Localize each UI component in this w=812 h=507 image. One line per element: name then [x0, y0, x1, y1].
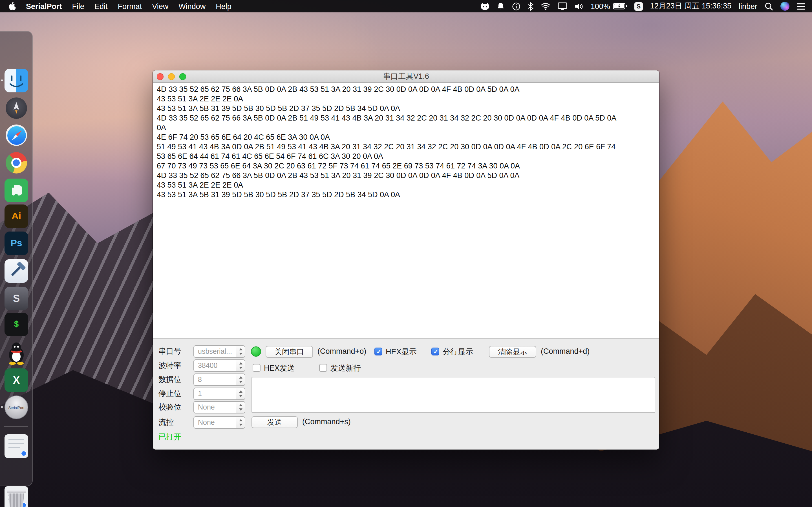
dock-icon-qq[interactable] — [4, 341, 28, 365]
stopbits-select[interactable]: 1 — [193, 388, 245, 400]
menu-app-name[interactable]: SerialPort — [26, 2, 62, 10]
parity-select-value: None — [198, 402, 215, 413]
baud-select[interactable]: 38400 — [193, 359, 245, 372]
spotlight-search-icon[interactable] — [765, 2, 773, 11]
dock-icon-excel[interactable]: X — [4, 369, 28, 392]
apple-menu-icon[interactable] — [8, 2, 16, 11]
dock-icon-serialport[interactable]: SerialPort — [4, 395, 28, 419]
hex-display-checkbox[interactable] — [374, 348, 382, 355]
bell-icon[interactable] — [497, 2, 505, 11]
menu-help[interactable]: Help — [216, 2, 232, 10]
send-newline-checkbox[interactable] — [319, 364, 327, 372]
serial-output-line: 4D 33 35 52 65 62 75 66 3A 5B 0D 0A 2B 4… — [157, 171, 659, 180]
send-shortcut: (Command+s) — [302, 417, 351, 426]
notification-center-icon[interactable] — [797, 2, 805, 11]
serial-output-line: 53 65 6E 64 44 61 74 61 4C 65 6E 54 6F 7… — [157, 152, 659, 161]
serial-output-line: 4D 33 35 52 65 62 75 66 3A 5B 0D 0A 2B 4… — [157, 84, 659, 94]
display-icon[interactable] — [558, 2, 567, 11]
dock-icon-photoshop[interactable]: Ps — [4, 231, 28, 255]
send-input[interactable] — [252, 377, 655, 413]
doc-line — [8, 443, 24, 444]
menu-window[interactable]: Window — [179, 2, 206, 10]
doc-line — [8, 439, 24, 440]
menu-bar: SerialPort File Edit Format View Window … — [0, 0, 812, 12]
launchpad-circle — [6, 98, 27, 119]
hex-send-checkbox[interactable] — [253, 364, 260, 372]
databits-label: 数据位 — [158, 375, 181, 385]
dock-icon-launchpad[interactable] — [4, 96, 28, 120]
dock-icon-xcode[interactable] — [4, 259, 28, 283]
hex-display-label: HEX显示 — [386, 347, 417, 357]
chrome-ring — [11, 158, 21, 168]
dock-icon-document-preview[interactable] — [4, 434, 28, 458]
input-method-icon[interactable]: S — [635, 2, 643, 10]
stepper-arrows-icon[interactable] — [236, 346, 245, 357]
info-icon[interactable] — [512, 2, 521, 11]
databits-select-value: 8 — [198, 374, 202, 385]
serial-output-line: 43 53 51 3A 5B 31 39 5D 5B 30 5D 5B 2D 3… — [157, 190, 659, 200]
flow-select-value: None — [198, 417, 215, 428]
baud-select-value: 38400 — [198, 360, 218, 371]
clear-display-button[interactable]: 清除显示 — [489, 346, 536, 358]
menu-view[interactable]: View — [152, 2, 168, 10]
photoshop-glyph: Ps — [10, 238, 22, 249]
running-indicator — [1, 79, 3, 81]
menu-format[interactable]: Format — [118, 2, 142, 10]
port-select[interactable]: usbserial... — [193, 345, 245, 358]
serial-output-line: 4E 6F 74 20 53 65 6E 64 20 4C 65 6E 3A 3… — [157, 132, 659, 142]
parity-label: 校验位 — [158, 402, 181, 412]
serial-output-area[interactable]: 4D 33 35 52 65 62 75 66 3A 5B 0D 0A 2B 4… — [153, 83, 659, 338]
menubar-username[interactable]: linber — [739, 2, 757, 10]
stepper-arrows-icon[interactable] — [236, 402, 245, 413]
flow-label: 流控 — [158, 417, 174, 428]
serial-control-panel: 串口号 usbserial... 关闭串口 (Command+o) HEX显示 … — [153, 338, 659, 450]
volume-icon[interactable] — [575, 2, 583, 11]
parity-select[interactable]: None — [193, 401, 245, 413]
battery-status[interactable]: 100% — [591, 2, 627, 10]
dock-icon-chrome[interactable] — [4, 151, 28, 175]
port-select-value: usbserial... — [198, 346, 232, 357]
desktop: SerialPort File Edit Format View Window … — [0, 0, 812, 507]
stepper-arrows-icon[interactable] — [236, 360, 245, 371]
window-title: 串口工具V1.6 — [153, 70, 659, 83]
send-button[interactable]: 发送 — [252, 416, 298, 428]
dock-icon-trash[interactable] — [4, 489, 28, 507]
window-titlebar[interactable]: 串口工具V1.6 — [153, 70, 659, 83]
bluetooth-icon[interactable] — [528, 2, 534, 11]
dock-icon-safari[interactable] — [4, 123, 28, 147]
terminal-glyph: $ — [14, 320, 19, 329]
serial-output-line: 0A — [157, 123, 659, 132]
stepper-arrows-icon[interactable] — [236, 388, 245, 399]
battery-charging-icon — [613, 3, 627, 10]
close-port-shortcut: (Command+o) — [317, 347, 366, 355]
illustrator-glyph: Ai — [11, 211, 21, 222]
dock-icon-utility[interactable]: S — [4, 287, 28, 311]
doc-badge — [21, 451, 27, 456]
excel-glyph: X — [13, 374, 20, 386]
stopbits-select-value: 1 — [198, 388, 202, 399]
dock: Ai Ps S $ X SerialPort — [0, 31, 33, 486]
chrome-wheel — [6, 152, 27, 173]
dock-icon-evernote[interactable] — [4, 179, 28, 202]
line-display-label: 分行显示 — [443, 347, 473, 357]
dock-icon-illustrator[interactable]: Ai — [4, 205, 28, 228]
hex-send-label: HEX发送 — [264, 363, 295, 374]
running-indicator — [1, 406, 3, 408]
clear-display-shortcut: (Command+d) — [541, 347, 590, 355]
databits-select[interactable]: 8 — [193, 374, 245, 386]
dock-icon-terminal[interactable]: $ — [4, 313, 28, 336]
stepper-arrows-icon[interactable] — [236, 417, 245, 428]
flow-select[interactable]: None — [193, 416, 245, 429]
menu-file[interactable]: File — [72, 2, 85, 10]
pet-head-icon[interactable] — [481, 2, 490, 11]
dock-icon-finder[interactable] — [4, 69, 28, 93]
siri-icon[interactable] — [780, 2, 790, 11]
trash-body — [8, 494, 25, 507]
menu-edit[interactable]: Edit — [94, 2, 108, 10]
close-port-button[interactable]: 关闭串口 — [266, 346, 313, 358]
stepper-arrows-icon[interactable] — [236, 374, 245, 385]
utility-glyph: S — [13, 293, 20, 304]
wifi-icon[interactable] — [541, 2, 551, 11]
menubar-clock[interactable]: 12月23日 周五 15:36:35 — [650, 1, 731, 11]
line-display-checkbox[interactable] — [432, 348, 439, 355]
